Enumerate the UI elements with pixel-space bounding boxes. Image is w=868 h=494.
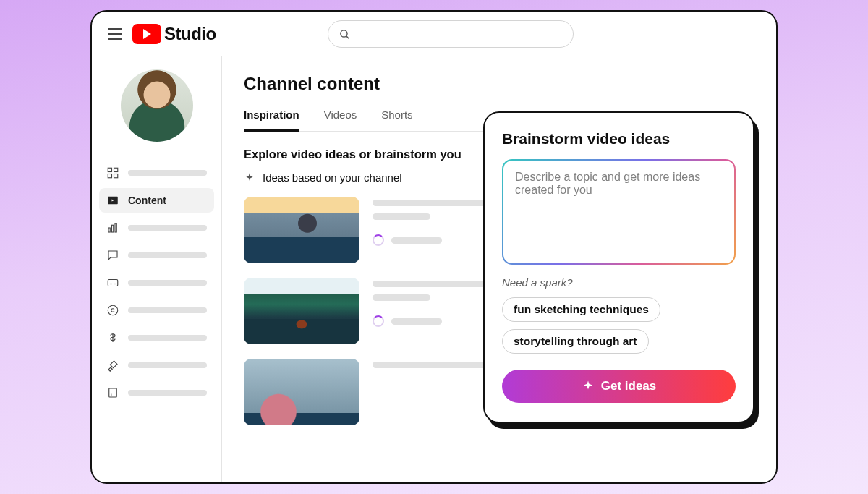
- loading-spinner-icon: [373, 234, 384, 246]
- svg-point-14: [108, 305, 118, 315]
- sidebar-item-comments[interactable]: [99, 243, 214, 268]
- tab-inspiration[interactable]: Inspiration: [244, 108, 299, 132]
- sidebar-nav: Content: [92, 161, 221, 405]
- sparkle-icon: [582, 380, 595, 393]
- sidebar-item-label: Content: [128, 195, 166, 206]
- sidebar-item-label: [128, 307, 207, 313]
- youtube-mark-icon: [132, 24, 161, 44]
- tab-videos[interactable]: Videos: [324, 108, 357, 131]
- suggestion-chip[interactable]: fun sketching techniques: [502, 297, 660, 322]
- content-icon: [106, 194, 119, 207]
- svg-rect-4: [108, 174, 111, 178]
- svg-rect-5: [114, 174, 118, 178]
- sidebar-item-audio[interactable]: [99, 380, 214, 405]
- dashboard-icon: [106, 166, 119, 179]
- sidebar-item-copyright[interactable]: [99, 298, 214, 323]
- svg-rect-3: [114, 168, 118, 171]
- sidebar-item-label: [128, 390, 207, 396]
- sidebar-item-earn[interactable]: [99, 325, 214, 350]
- search-input[interactable]: [328, 20, 574, 48]
- svg-rect-15: [109, 388, 117, 397]
- svg-line-1: [346, 35, 349, 38]
- sidebar-item-subtitles[interactable]: [99, 271, 214, 295]
- sidebar-item-label: [128, 170, 207, 176]
- sidebar-item-label: [128, 225, 207, 231]
- sidebar-item-analytics[interactable]: [99, 216, 214, 240]
- search-icon: [339, 28, 351, 41]
- menu-icon[interactable]: [108, 28, 122, 40]
- app-name: Studio: [164, 24, 216, 44]
- sidebar-item-label: [128, 335, 207, 341]
- get-ideas-button[interactable]: Get ideas: [502, 370, 736, 403]
- analytics-icon: [106, 221, 119, 234]
- svg-rect-8: [109, 228, 110, 232]
- spark-label: Need a spark?: [502, 276, 736, 289]
- page-title: Channel content: [244, 74, 754, 94]
- tab-shorts[interactable]: Shorts: [381, 108, 412, 131]
- svg-rect-10: [115, 223, 116, 232]
- brainstorm-input-wrapper: [502, 159, 736, 265]
- ideas-based-label: Ideas based on your channel: [263, 171, 402, 184]
- svg-rect-9: [112, 225, 114, 232]
- channel-avatar[interactable]: [121, 69, 193, 142]
- svg-rect-2: [108, 168, 111, 171]
- sidebar-item-label: [128, 252, 207, 258]
- sidebar: Content: [92, 56, 222, 482]
- sidebar-item-content[interactable]: Content: [99, 188, 214, 213]
- sidebar-item-dashboard[interactable]: [99, 161, 214, 185]
- svg-rect-11: [108, 280, 118, 286]
- customize-icon: [106, 359, 119, 372]
- app-window: Studio Content: [90, 10, 778, 484]
- audio-icon: [106, 386, 119, 399]
- loading-spinner-icon: [373, 315, 384, 327]
- subtitles-icon: [106, 276, 119, 289]
- copyright-icon: [106, 304, 119, 317]
- brainstorm-input[interactable]: [515, 171, 723, 253]
- sidebar-item-label: [128, 280, 207, 286]
- brainstorm-title: Brainstorm video ideas: [502, 130, 736, 148]
- suggestion-chip[interactable]: storytelling through art: [502, 329, 649, 354]
- sidebar-item-label: [128, 362, 207, 368]
- sparkle-icon: [244, 172, 255, 184]
- studio-logo[interactable]: Studio: [132, 24, 216, 44]
- topbar: Studio: [92, 12, 776, 56]
- comments-icon: [106, 249, 119, 262]
- idea-thumbnail: [244, 278, 359, 344]
- suggestion-chips: fun sketching techniques storytelling th…: [502, 297, 736, 354]
- earn-icon: [106, 331, 119, 344]
- sidebar-item-customize[interactable]: [99, 353, 214, 378]
- brainstorm-panel: Brainstorm video ideas Need a spark? fun…: [483, 111, 754, 423]
- get-ideas-label: Get ideas: [601, 379, 657, 393]
- idea-thumbnail: [244, 197, 359, 263]
- idea-thumbnail: [244, 359, 359, 425]
